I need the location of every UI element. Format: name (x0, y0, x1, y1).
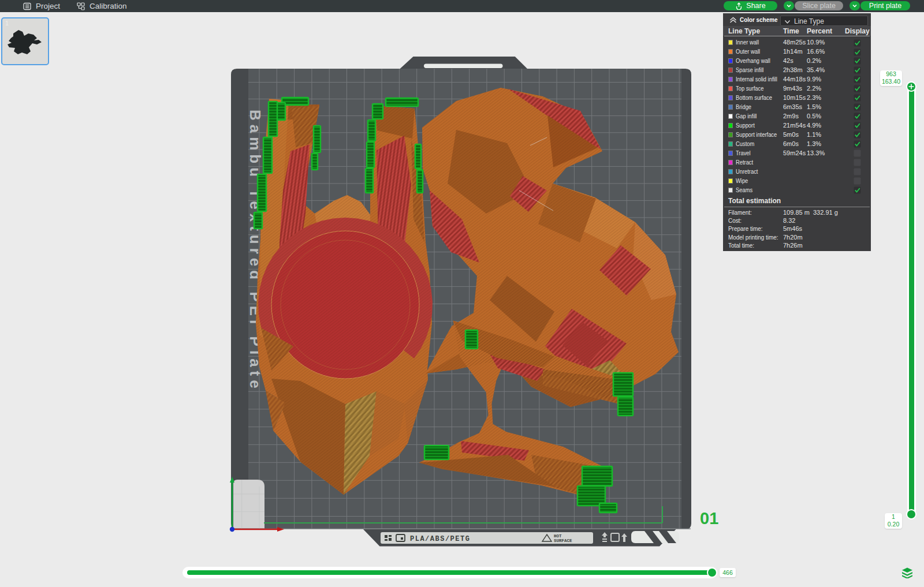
svg-text:01: 01 (700, 509, 718, 528)
svg-text:HOT: HOT (554, 534, 562, 539)
svg-text:SURFACE: SURFACE (554, 539, 572, 543)
svg-text:PLA/ABS/PETG: PLA/ABS/PETG (410, 535, 470, 543)
